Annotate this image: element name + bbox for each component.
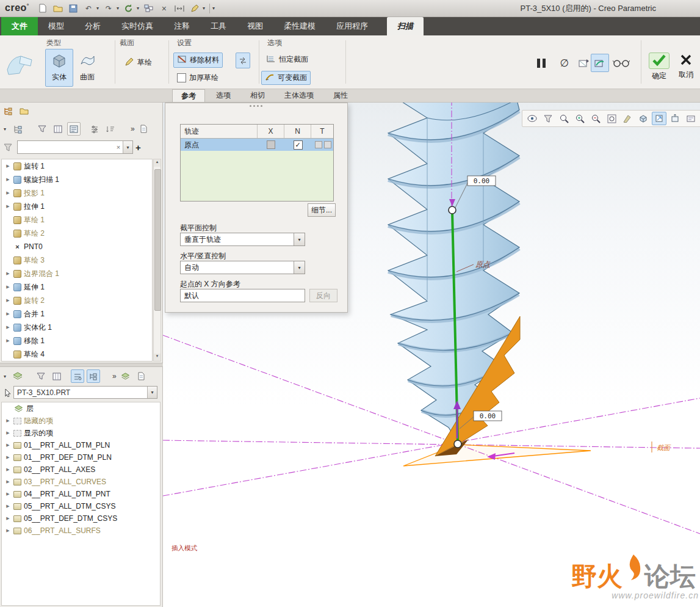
dropdown-arrow-icon[interactable]: ▾ [294, 233, 305, 245]
view-manager-icon[interactable] [525, 112, 539, 125]
refit-icon[interactable] [604, 112, 619, 125]
search-dropdown-icon[interactable]: ▾ [123, 141, 132, 153]
display-style-icon[interactable] [636, 112, 651, 125]
layer-model-combo[interactable]: PT-3_5X10.PRT ▾ [13, 386, 157, 399]
new-file-icon[interactable] [37, 3, 48, 14]
layer-page-icon[interactable] [135, 369, 148, 383]
layer-view-mode-icon[interactable] [71, 369, 84, 383]
ok-button[interactable]: 确定 [646, 49, 673, 84]
n-checked-checkbox[interactable]: ✓ [294, 140, 303, 150]
trajectory-start-handle[interactable] [449, 206, 456, 214]
thicken-sketch-toggle[interactable]: 加厚草绘 [173, 71, 222, 85]
repaint-icon[interactable] [620, 112, 635, 125]
regenerate-dropdown-icon[interactable]: ▾ [137, 5, 139, 11]
layer-columns-icon[interactable] [50, 369, 63, 383]
tree-item-revolve-2[interactable]: ▶旋转 2 [2, 294, 152, 307]
trajectory-collector-area[interactable] [181, 151, 333, 201]
open-file-icon[interactable] [52, 3, 63, 14]
tree-item-merge-1[interactable]: ▶合并 1 [2, 307, 152, 321]
tree-item-revolve-1[interactable]: ▶旋转 1 [2, 159, 152, 173]
solid-type-button[interactable]: 实体 [45, 49, 73, 87]
layer-item-05-prt-def-dtm-csys[interactable]: ▶05__PRT_DEF_DTM_CSYS [2, 512, 160, 525]
tab-flexible-modeling[interactable]: 柔性建模 [273, 17, 326, 35]
tab-view[interactable]: 视图 [237, 17, 273, 35]
layer-stack2-icon[interactable] [119, 369, 132, 383]
sketcher-pen-icon[interactable] [189, 3, 200, 14]
tree-item-helical-sweep-1[interactable]: ▶螺旋扫描 1 [2, 173, 152, 186]
layer-item-04-prt-all-dtm-pnt[interactable]: ▶04__PRT_ALL_DTM_PNT [2, 488, 160, 500]
filter-icon[interactable] [541, 112, 555, 125]
layer-item-shown-items[interactable]: ▶显示的项 [2, 427, 160, 439]
tree-item-pnt0[interactable]: ×PNT0 [2, 240, 152, 253]
layer-overflow-icon[interactable]: » [112, 372, 117, 380]
tree-filters-icon[interactable] [35, 122, 49, 136]
scroll-down-icon[interactable]: ▾ [154, 354, 161, 361]
feature-preview-button[interactable] [591, 54, 609, 72]
layer-item-01-prt-all-dtm-pln[interactable]: ▶01__PRT_ALL_DTM_PLN [2, 439, 160, 451]
zoom-window-icon[interactable] [557, 112, 571, 125]
tree-item-sketch-2[interactable]: 草绘 2 [2, 227, 152, 240]
saved-orientations-icon[interactable] [652, 112, 666, 125]
zoom-out-icon[interactable] [588, 112, 603, 125]
no-preview-button[interactable]: ∅ [555, 54, 574, 72]
remove-material-flip-button[interactable] [236, 53, 250, 68]
cancel-button[interactable]: 取消 [673, 49, 699, 84]
tree-page-icon[interactable] [137, 122, 151, 136]
regenerate-icon[interactable] [123, 3, 134, 14]
hv-control-dropdown[interactable]: 自动 ▾ [180, 261, 305, 274]
zoom-in-icon[interactable] [572, 112, 587, 125]
layer-root[interactable]: 层 [2, 402, 160, 415]
layer-item-05-prt-all-dtm-csys[interactable]: ▶05__PRT_ALL_DTM_CSYS [2, 500, 160, 512]
details-button[interactable]: 细节... [308, 203, 336, 217]
undo-dropdown-icon[interactable]: ▾ [96, 5, 99, 11]
search-add-icon[interactable]: + [135, 142, 141, 153]
trajectory-origin-handle[interactable] [454, 440, 461, 448]
tree-item-project-1[interactable]: ▶投影 1 [2, 186, 152, 200]
tree-collapse-icon[interactable]: ▾ [1, 126, 9, 132]
panel-drag-handle[interactable] [250, 105, 262, 107]
bounds-icon[interactable] [174, 3, 185, 14]
panel-splitter[interactable] [0, 363, 163, 367]
tree-item-solidify-1[interactable]: ▶实体化 1 [2, 321, 152, 334]
tab-file[interactable]: 文件 [1, 17, 38, 35]
folder-browser-toggle-icon[interactable] [17, 104, 31, 118]
quick-access-dropdown-icon[interactable]: ▾ [212, 5, 215, 11]
search-filter-icon[interactable] [1, 140, 15, 154]
model-tree-toggle-icon[interactable] [1, 104, 15, 118]
tree-settings-icon[interactable] [88, 122, 101, 136]
tree-item-sketch-3[interactable]: 草绘 3 [2, 253, 152, 267]
surface-type-button[interactable]: 曲面 [73, 49, 101, 87]
toolbar-overflow-icon[interactable]: » [131, 125, 135, 133]
tree-item-sketch-4[interactable]: 草绘 4 [2, 347, 152, 361]
tab-model[interactable]: 模型 [38, 17, 74, 35]
windows-icon[interactable] [143, 3, 154, 14]
tab-live-simulation[interactable]: 实时仿真 [111, 17, 164, 35]
tree-item-extend-1[interactable]: ▶延伸 1 [2, 280, 152, 294]
tree-sort-icon[interactable] [104, 122, 117, 136]
tab-body-options[interactable]: 主体选项 [276, 89, 322, 102]
tab-properties[interactable]: 属性 [325, 89, 356, 102]
annotation-display-icon[interactable] [684, 112, 698, 125]
constant-section-option[interactable]: 恒定截面 [262, 53, 312, 67]
layer-item-01-prt-def-dtm-pln[interactable]: ▶01__PRT_DEF_DTM_PLN [2, 451, 160, 463]
tab-tangency[interactable]: 相切 [242, 89, 273, 102]
remove-material-toggle[interactable]: 移除材料 [173, 53, 223, 68]
dropdown-arrow-icon[interactable]: ▾ [294, 261, 305, 274]
layer-stack-icon[interactable] [11, 369, 24, 383]
layer-item-02-prt-all-axes[interactable]: ▶02__PRT_ALL_AXES [2, 463, 160, 476]
tree-item-remove-1[interactable]: ▶移除 1 [2, 334, 152, 347]
layer-item-06-prt-all-surfs[interactable]: ▶06__PRT_ALL_SURFS [2, 525, 160, 537]
tab-analysis[interactable]: 分析 [74, 17, 111, 35]
tab-applications[interactable]: 应用程序 [326, 17, 378, 35]
tree-item-sketch-1[interactable]: 草绘 1 [2, 213, 152, 227]
layer-tree-mode-icon[interactable] [87, 369, 100, 383]
save-icon[interactable] [68, 3, 79, 14]
scrollbar-thumb[interactable] [154, 169, 161, 311]
tree-columns-icon[interactable] [51, 122, 65, 136]
undo-icon[interactable]: ↶ [83, 3, 94, 14]
pen-dropdown-icon[interactable]: ▾ [203, 5, 205, 11]
layer-item-hidden-items[interactable]: ▶隐藏的项 [2, 415, 160, 427]
sketch-button[interactable]: 草绘 [121, 55, 156, 70]
layer-collapse-icon[interactable]: ▾ [1, 374, 9, 379]
tree-show-icon[interactable] [67, 122, 81, 136]
